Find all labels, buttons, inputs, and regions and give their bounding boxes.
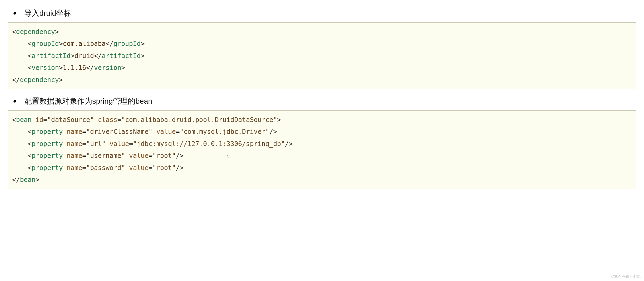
tag-property: property — [32, 128, 63, 136]
artifactid-value: druid — [74, 52, 94, 60]
attr-name: name — [67, 164, 82, 172]
attr-name: name — [67, 152, 82, 160]
tag-version-close: version — [94, 64, 121, 72]
attr-name: name — [67, 140, 82, 148]
tag-dependency-close: dependency — [20, 76, 59, 84]
p3-name: "username" — [86, 152, 125, 160]
attr-value: value — [109, 140, 129, 148]
tag-version-open: version — [32, 64, 59, 72]
bullet-text-2: 配置数据源对象作为spring管理的bean — [24, 96, 152, 106]
code-block-bean: <bean id="dataSource" class="com.alibaba… — [8, 110, 636, 189]
tag-property: property — [32, 140, 63, 148]
mouse-cursor-icon: ↖ — [227, 151, 229, 160]
tag-groupid-open: groupId — [32, 40, 59, 48]
p3-value: "root" — [152, 152, 176, 160]
attr-id-val: "dataSource" — [47, 116, 94, 124]
p4-value: "root" — [152, 164, 176, 172]
bullet-item-2: 配置数据源对象作为spring管理的bean — [13, 96, 636, 106]
p4-name: "password" — [86, 164, 125, 172]
attr-id: id — [36, 116, 43, 124]
tag-artifactid-open: artifactId — [32, 52, 71, 60]
tag-property: property — [32, 152, 63, 160]
tag-bean-open: bean — [16, 116, 32, 124]
p1-value: "com.mysql.jdbc.Driver" — [180, 128, 269, 136]
tag-bean-close: bean — [20, 176, 36, 184]
code-block-dependency: <dependency> <groupId>com.alibaba</group… — [8, 22, 636, 89]
bullet-dot-icon — [13, 100, 16, 103]
attr-value: value — [129, 164, 149, 172]
tag-artifactid-close: artifactId — [102, 52, 141, 60]
groupid-value: com.alibaba — [63, 40, 106, 48]
attr-value: value — [156, 128, 176, 136]
p2-name: "url" — [86, 140, 106, 148]
bullet-text-1: 导入druid坐标 — [24, 8, 71, 18]
tag-groupid-close: groupId — [114, 40, 141, 48]
attr-name: name — [67, 128, 82, 136]
p1-name: "driverClassName" — [86, 128, 153, 136]
p2-value: "jdbc:mysql://127.0.0.1:3306/spring_db" — [133, 140, 285, 148]
bullet-dot-icon — [13, 12, 16, 15]
attr-value: value — [129, 152, 149, 160]
bullet-item-1: 导入druid坐标 — [13, 8, 636, 18]
tag-property: property — [32, 164, 63, 172]
attr-class-val: "com.alibaba.druid.pool.DruidDataSource" — [121, 116, 277, 124]
attr-class: class — [98, 116, 117, 124]
tag-dependency-open: dependency — [16, 28, 55, 36]
version-value: 1.1.16 — [63, 64, 86, 72]
